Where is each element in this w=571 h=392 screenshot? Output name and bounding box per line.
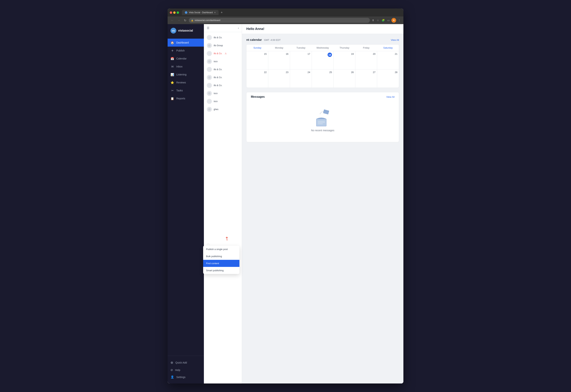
settings-icon: 👤 <box>171 375 174 379</box>
cal-cell-23[interactable]: 23 <box>268 70 290 88</box>
sidebar-item-calendar[interactable]: 📅 Calendar <box>168 55 204 63</box>
settings-button[interactable]: 👤 Settings <box>168 374 204 380</box>
sidebar-item-dashboard[interactable]: 🏠 Dashboard <box>168 39 204 47</box>
tab-favicon <box>185 11 187 14</box>
cal-date-15: 15 <box>248 53 267 55</box>
account-list: ills & Co. ills Group ills & Co. ⚠ <box>204 32 242 115</box>
calendar-section-header: nt calendar GMT -4:00 EDT View All <box>246 38 399 42</box>
cal-header-tuesday: Tuesday <box>290 45 312 51</box>
cal-cell-27[interactable]: 27 <box>355 70 377 88</box>
account-name: ills & Co. <box>214 84 222 87</box>
sidebar-logo: vs vistasocial <box>168 24 204 37</box>
tasks-icon: ✂ <box>171 89 174 92</box>
close-traffic-light[interactable] <box>170 12 172 14</box>
browser-titlebar: Vista Social - Dashboard × + <box>168 9 403 16</box>
cal-header-saturday: Saturday <box>377 45 399 51</box>
svg-point-0 <box>208 36 211 39</box>
cal-cell-17[interactable]: 17 <box>290 51 312 69</box>
list-item[interactable]: ills & Co. ⚠ <box>204 50 242 57</box>
minimize-traffic-light[interactable] <box>173 12 176 14</box>
accounts-panel: ☰ ‹ ills & Co. ills Group <box>204 24 242 383</box>
envelope-illustration <box>312 109 334 127</box>
help-button[interactable]: ⊘ Help <box>168 366 204 374</box>
bookmark-icon[interactable]: ☆ <box>376 18 380 23</box>
list-item[interactable]: isco <box>204 97 242 105</box>
sidebar-item-inbox[interactable]: ✉ Inbox <box>168 63 204 70</box>
avatar <box>207 107 212 112</box>
list-item[interactable]: ills Group <box>204 42 242 50</box>
calendar-view-all[interactable]: View All <box>391 39 399 41</box>
list-item[interactable]: ills & Co. <box>204 34 242 42</box>
cal-cell-18[interactable]: 18 <box>312 51 334 69</box>
panel-close-icon[interactable]: ‹ <box>238 27 239 30</box>
menu-icon[interactable]: ⋮ <box>397 18 401 23</box>
cal-cell-15[interactable]: 15 <box>246 51 268 69</box>
calendar-title: nt calendar <box>246 38 262 41</box>
settings-label: Settings <box>176 376 186 378</box>
tab-close-button[interactable]: × <box>214 11 216 14</box>
avatar <box>207 75 212 80</box>
sidebar-item-dashboard-label: Dashboard <box>176 41 189 44</box>
cal-cell-19[interactable]: 19 <box>334 51 355 69</box>
account-name: ills & Co. <box>214 68 222 71</box>
cal-cell-22[interactable]: 22 <box>246 70 268 88</box>
list-item[interactable]: ghes <box>204 105 242 113</box>
svg-point-9 <box>208 108 211 111</box>
sidebar-item-publish[interactable]: ✈ Publish <box>168 47 204 55</box>
cal-cell-21[interactable]: 21 <box>377 51 399 69</box>
smart-publishing-option[interactable]: Smart publishing <box>203 267 239 274</box>
help-icon: ⊘ <box>171 368 173 372</box>
sidebar-icon[interactable]: ▭ <box>386 18 390 23</box>
dropdown-arrow-indicator <box>207 244 210 245</box>
sidebar-item-tasks[interactable]: ✂ Tasks <box>168 86 204 95</box>
cal-cell-28[interactable]: 28 <box>377 70 399 88</box>
lock-icon: 🔒 <box>191 19 194 22</box>
calendar-container: Sunday Monday Tuesday Wednesday Thursday… <box>246 44 399 88</box>
cal-cell-26[interactable]: 26 <box>334 70 355 88</box>
publish-dropdown-container: ↙ Publish a single post Bulk publishing … <box>203 246 239 274</box>
sidebar-item-reviews-label: Reviews <box>176 81 186 84</box>
nav-items: 🏠 Dashboard ✈ Publish 📅 Calendar ✉ Inbox… <box>168 37 204 356</box>
publish-single-option[interactable]: Publish a single post <box>203 246 239 253</box>
avatar <box>207 91 212 96</box>
sidebar-item-reviews[interactable]: ⭐ Reviews <box>168 79 204 86</box>
list-item[interactable]: ills & Co. <box>204 73 242 81</box>
sidebar-item-listening[interactable]: 📊 Listening <box>168 70 204 79</box>
messages-view-all[interactable]: View All <box>386 96 395 98</box>
refresh-button[interactable]: ↻ <box>183 18 187 23</box>
back-button[interactable]: ← <box>170 18 175 23</box>
cal-cell-16[interactable]: 16 <box>268 51 290 69</box>
cal-cell-24[interactable]: 24 <box>290 70 312 88</box>
messages-section: Messages View All <box>246 92 399 142</box>
browser-tab[interactable]: Vista Social - Dashboard × <box>182 10 219 15</box>
cal-cell-20[interactable]: 20 <box>355 51 377 69</box>
user-avatar-button[interactable]: A <box>391 18 396 23</box>
browser-toolbar: ← → ↻ 🔒 vistasocial.com/dashboard ⬆ ☆ 🧩 … <box>168 16 403 24</box>
traffic-lights <box>170 12 179 14</box>
cal-cell-25[interactable]: 25 <box>312 70 334 88</box>
list-item[interactable]: ills & Co. <box>204 65 242 73</box>
svg-point-8 <box>208 100 211 103</box>
address-bar[interactable]: 🔒 vistasocial.com/dashboard <box>189 18 370 23</box>
quick-add-button[interactable]: ⊕ Quick Add <box>168 359 204 366</box>
listening-icon: 📊 <box>171 73 174 76</box>
app-container: vs vistasocial 🏠 Dashboard ✈ Publish 📅 C… <box>168 24 403 383</box>
new-tab-button[interactable]: + <box>221 11 223 14</box>
avatar <box>207 35 212 40</box>
publish-icon: ✈ <box>171 49 174 52</box>
cal-date-24: 24 <box>291 71 310 74</box>
maximize-traffic-light[interactable] <box>177 12 179 14</box>
share-icon[interactable]: ⬆ <box>371 18 375 23</box>
cal-date-28: 28 <box>379 71 397 74</box>
cal-date-18: 18 <box>328 53 332 57</box>
extensions-icon[interactable]: 🧩 <box>381 18 385 23</box>
inbox-icon: ✉ <box>171 65 174 68</box>
list-item[interactable]: ills & Co. <box>204 81 242 89</box>
find-content-option[interactable]: Find content <box>203 260 239 267</box>
bulk-publishing-option[interactable]: Bulk publishing <box>203 253 239 260</box>
sidebar-item-reports[interactable]: 📋 Reports <box>168 95 204 102</box>
list-item[interactable]: isco <box>204 89 242 97</box>
list-item[interactable]: isco <box>204 57 242 65</box>
forward-button[interactable]: → <box>176 18 181 23</box>
filter-icon[interactable]: ☰ <box>207 26 209 30</box>
